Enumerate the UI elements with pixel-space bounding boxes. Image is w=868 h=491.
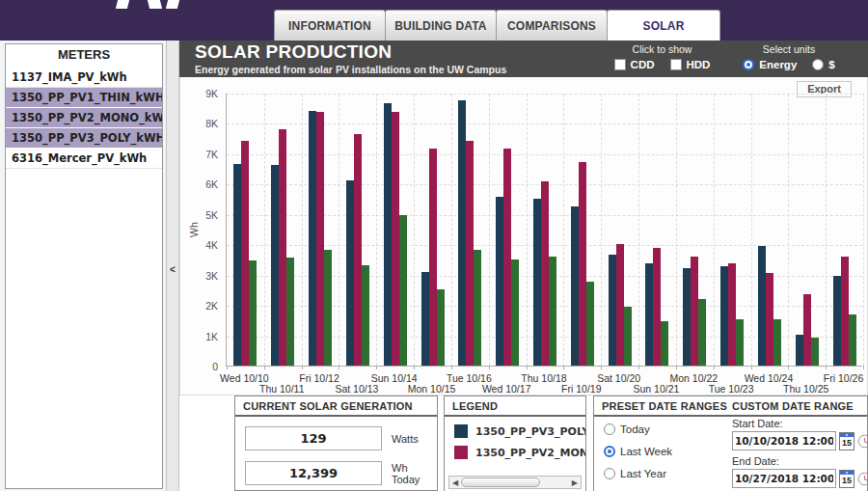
bar [474, 250, 481, 366]
bar-group [451, 94, 489, 366]
meter-list: 1137_IMA_PV_kWh1350_PP_PV1_THIN_kWH1350_… [6, 68, 162, 169]
legend-items: 1350_PP_PV3_POLY_kWH1350_PP_PV2_MONO_kWH [445, 424, 585, 459]
radio-last-year[interactable]: Last Year [604, 468, 672, 479]
watts-value-field[interactable] [245, 426, 382, 450]
end-date-input[interactable] [732, 469, 836, 488]
bar [346, 180, 354, 366]
bar [392, 112, 399, 366]
y-tick-label: 0 [212, 361, 218, 372]
x-tick-label: Thu 10/11 [259, 383, 305, 395]
bar [286, 258, 294, 366]
y-tick-label: 9K [205, 88, 218, 99]
bar-group [527, 94, 564, 366]
tab-solar[interactable]: SOLAR [607, 10, 720, 41]
meter-item[interactable]: 1350_PP_PV3_POLY_kWH [6, 128, 162, 149]
bar-group [264, 94, 302, 366]
radio-dollar[interactable]: $ [812, 59, 834, 70]
bar [271, 165, 279, 366]
bar [233, 164, 241, 366]
bar [736, 319, 744, 366]
meter-item[interactable]: 1350_PP_PV2_MONO_kWH [6, 108, 162, 128]
bar [586, 282, 594, 366]
custom-date-range-title: CUSTOM DATE RANGE [732, 396, 854, 417]
bar [421, 272, 429, 366]
page-subtitle: Energy generated from solar PV installat… [195, 64, 506, 75]
x-tick-label: Tue 10/23 [709, 383, 754, 395]
x-tick-mark [863, 366, 864, 369]
start-clock-icon[interactable] [857, 434, 868, 449]
bar-group [489, 94, 527, 366]
tab-comparisons[interactable]: COMPARISONS [496, 10, 608, 41]
scrollbar-thumb[interactable] [461, 477, 540, 487]
watts-row: Watts [245, 426, 419, 450]
preset-date-ranges-title: PRESET DATE RANGES [602, 396, 727, 417]
current-generation-panel: CURRENT SOLAR GENERATION Watts Wh Today [234, 396, 438, 491]
bar [316, 112, 324, 366]
wh-today-unit-label: Wh Today [392, 462, 437, 485]
tab-information[interactable]: INFORMATION [274, 10, 386, 41]
bar-group [638, 94, 676, 366]
sidebar-collapse-strip: < [166, 41, 179, 491]
bar [609, 255, 616, 366]
sidebar: METERS 1137_IMA_PV_kWh1350_PP_PV1_THIN_k… [0, 41, 166, 491]
bar [324, 250, 332, 366]
legend-scrollbar[interactable]: ◀ ▶ [448, 476, 582, 489]
bar-group [676, 94, 714, 366]
scroll-left-icon[interactable]: ◀ [452, 477, 458, 488]
meter-item[interactable]: 6316_Mercer_PV_kWh [6, 149, 162, 169]
end-clock-icon[interactable] [857, 472, 868, 486]
meter-item[interactable]: 1350_PP_PV1_THIN_kWH [6, 88, 162, 108]
bar [758, 246, 766, 366]
bar [661, 321, 668, 366]
bar [354, 134, 362, 366]
bar [511, 259, 519, 366]
checkbox-cdd[interactable]: CDD [614, 59, 655, 70]
bar [571, 206, 579, 366]
radio-energy[interactable]: Energy [743, 59, 797, 70]
y-axis-labels: 01K2K3K4K5K6K7K8K9K [180, 94, 222, 367]
solar-dashboard-page: INFORMATIONBUILDING DATACOMPARISONSSOLAR… [0, 0, 868, 491]
start-calendar-icon[interactable]: 15 [839, 432, 854, 450]
degree-day-checkboxes: CDDHDD [602, 59, 722, 70]
x-tick-label: Thu 10/18 [521, 372, 566, 384]
bar-group [376, 94, 414, 366]
checkbox-hdd[interactable]: HDD [670, 59, 711, 70]
bar [533, 199, 541, 366]
legend-swatch [454, 446, 468, 459]
bar [458, 100, 466, 366]
bar-group [414, 94, 451, 366]
select-units-label: Select units [721, 43, 856, 55]
start-date-input[interactable] [732, 431, 836, 450]
bar [691, 257, 698, 366]
bar [653, 248, 661, 366]
end-calendar-icon[interactable]: 15 [839, 470, 854, 488]
y-tick-label: 4K [205, 239, 218, 251]
legend-panel: LEGEND 1350_PP_PV3_POLY_kWH1350_PP_PV2_M… [444, 396, 586, 491]
legend-swatch [454, 424, 468, 438]
bar [429, 149, 437, 366]
bar [496, 197, 503, 366]
wh-today-row: Wh Today [245, 461, 437, 485]
bar [541, 181, 549, 366]
radio-today[interactable]: Today [604, 423, 672, 435]
bar-group [227, 94, 264, 366]
uw-logo [114, 0, 191, 9]
tab-building-data[interactable]: BUILDING DATA [385, 10, 497, 41]
click-to-show-group: Click to show CDDHDD [602, 43, 722, 70]
bar [698, 299, 706, 366]
radio-icon [604, 423, 615, 435]
bar [803, 294, 811, 366]
wh-today-value-field[interactable] [245, 461, 382, 485]
legend-item: 1350_PP_PV3_POLY_kWH [454, 424, 585, 438]
radio-last-week[interactable]: Last Week [604, 446, 672, 457]
legend-item: 1350_PP_PV2_MONO_kWH [454, 446, 585, 459]
checkbox-icon [614, 59, 626, 70]
bar-group [601, 94, 638, 366]
bar-group [788, 94, 826, 366]
sidebar-collapse-handle[interactable]: < [167, 264, 178, 275]
radio-label: $ [828, 59, 834, 70]
legend-item-label: 1350_PP_PV3_POLY_kWH [475, 425, 585, 438]
scroll-right-icon[interactable]: ▶ [572, 477, 578, 488]
checkbox-icon [670, 59, 682, 70]
meter-item[interactable]: 1137_IMA_PV_kWh [6, 68, 162, 88]
